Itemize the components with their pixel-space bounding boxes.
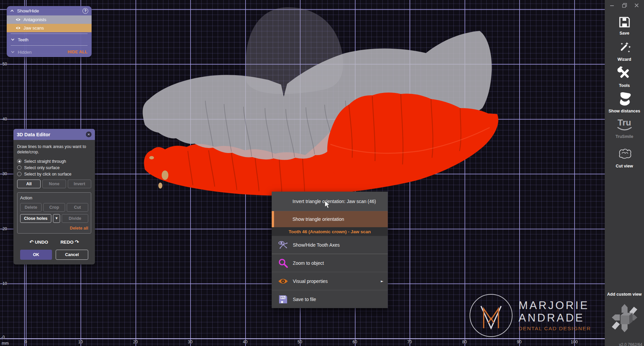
ruler-label: 30 <box>188 340 193 344</box>
ruler-label: 100 <box>571 340 578 344</box>
select-invert-button[interactable]: Invert <box>68 180 91 188</box>
sidebar-item-label: TruSmile <box>605 134 644 139</box>
redo-label: REDO <box>60 240 73 245</box>
watermark-name-line2: ANDRADE <box>519 312 591 324</box>
ruler-unit-label: mm <box>2 341 9 346</box>
cut-view-tooth-icon <box>617 147 632 161</box>
close-holes-dropdown[interactable]: ▼ <box>53 214 60 223</box>
sidebar-item-label: Tools <box>605 83 644 88</box>
sidebar-item-save[interactable]: Save <box>605 16 644 36</box>
undo-button[interactable]: ↶ UNDO <box>30 239 48 245</box>
redo-button[interactable]: REDO ↷ <box>60 239 79 245</box>
menu-item-show-triangle-orientation[interactable]: Show triangle orientation <box>272 211 388 227</box>
menu-item-show-hide-tooth-axes[interactable]: Show/Hide Tooth Axes <box>272 236 388 254</box>
trusmile-icon: Tru <box>605 118 644 127</box>
hide-all-button[interactable]: HIDE ALL <box>67 50 88 54</box>
watermark-tagline: DENTAL CAD DESIGNER <box>519 326 591 332</box>
ok-button[interactable]: OK <box>20 250 52 260</box>
close-holes-button[interactable]: Close holes <box>20 214 51 223</box>
radio-select-straight-through[interactable]: Select straight through <box>17 159 91 164</box>
dialog-titlebar[interactable]: 3D Data Editor ✕ <box>13 129 95 140</box>
submenu-arrow-icon: ► <box>381 279 383 283</box>
menu-item-zoom-to-object[interactable]: Zoom to object <box>272 254 388 272</box>
delete-button[interactable]: Delete <box>20 203 42 212</box>
radio-icon <box>17 159 21 163</box>
sidebar-item-cut-view[interactable]: Cut view <box>605 147 644 168</box>
select-all-button[interactable]: All <box>17 180 41 188</box>
svg-text:STL: STL <box>280 296 285 299</box>
ruler-label: 50 <box>298 340 302 344</box>
right-toolbar: Save Wizard Tools Show distances Tru Tru… <box>605 0 644 346</box>
group-hidden[interactable]: Hidden HIDE ALL <box>7 47 92 57</box>
sidebar-item-label: Add custom view <box>605 292 644 297</box>
eye-icon <box>15 26 21 30</box>
show-hide-header[interactable]: Show/Hide ? <box>7 6 92 15</box>
cancel-button[interactable]: Cancel <box>56 250 88 260</box>
sidebar-item-label: Wizard <box>605 57 644 62</box>
chevron-down-icon <box>11 51 15 53</box>
object-header-label: Tooth 46 (Anatomic crown) - Jaw scan <box>288 229 371 234</box>
bottom-ruler-line <box>0 338 605 339</box>
trusmile-smile-icon <box>616 127 633 132</box>
group-teeth[interactable]: Teeth <box>7 35 92 44</box>
show-hide-panel: Show/Hide ? Antagonists Jaw scans Teeth … <box>7 6 92 57</box>
watermark-name-line1: MARJORIE <box>519 299 591 312</box>
magnifier-icon <box>277 258 289 268</box>
close-icon[interactable]: ✕ <box>86 132 92 137</box>
sidebar-item-trusmile[interactable]: Tru TruSmile <box>605 118 644 139</box>
sidebar-item-show-distances[interactable]: Show distances <box>605 91 644 113</box>
ruler-label: 90 <box>517 340 522 344</box>
menu-item-label: Show/Hide Tooth Axes <box>293 242 340 248</box>
menu-item-save-to-file[interactable]: STL Save to file <box>272 290 388 308</box>
show-hide-title: Show/Hide <box>17 8 83 13</box>
view-cube-navigator[interactable] <box>605 301 644 337</box>
menu-object-header: Tooth 46 (Anatomic crown) - Jaw scan <box>272 227 388 236</box>
radio-select-by-click[interactable]: Select by click on surface <box>17 172 91 177</box>
ruler-label: 10 <box>78 340 83 344</box>
chevron-down-icon <box>11 38 15 41</box>
menu-item-label: Show triangle orientation <box>292 216 344 222</box>
menu-item-label: Save to file <box>293 297 316 302</box>
tooth-axes-icon <box>277 240 289 250</box>
radio-label: Select by click on surface <box>24 172 71 177</box>
layer-label: Jaw scans <box>23 26 44 31</box>
divide-button[interactable]: Divide <box>62 214 88 223</box>
mouse-cursor <box>324 201 331 209</box>
save-icon <box>619 16 631 28</box>
ruler-label: -0 <box>1 335 5 340</box>
radio-label: Select straight through <box>24 159 66 164</box>
ruler-label: 60 <box>353 340 357 344</box>
delete-all-link[interactable]: Delete all <box>20 226 88 231</box>
radio-select-only-surface[interactable]: Select only surface <box>17 165 91 170</box>
ruler-label: 80 <box>462 340 467 344</box>
select-none-button[interactable]: None <box>42 180 66 188</box>
help-icon[interactable]: ? <box>83 8 88 14</box>
minimize-button[interactable] <box>609 3 615 8</box>
sidebar-item-wizard[interactable]: Wizard <box>605 41 644 62</box>
wizard-wand-icon <box>618 41 631 54</box>
3d-data-editor-dialog: 3D Data Editor ✕ Draw lines to mark area… <box>13 129 95 264</box>
menu-item-label: Visual properties <box>293 279 328 284</box>
eye-icon <box>15 18 21 21</box>
cut-button[interactable]: Cut <box>67 203 88 212</box>
close-button[interactable] <box>634 3 639 8</box>
group-label: Teeth <box>18 37 29 42</box>
tools-icon <box>618 66 632 81</box>
layer-item-jaw-scans[interactable]: Jaw scans <box>7 24 92 32</box>
crop-button[interactable]: Crop <box>43 203 65 212</box>
layer-item-antagonists[interactable]: Antagonists <box>7 15 92 24</box>
sidebar-item-tools[interactable]: Tools <box>605 66 644 88</box>
menu-item-visual-properties[interactable]: Visual properties ► <box>272 272 388 290</box>
sidebar-item-label: Show distances <box>605 109 644 113</box>
context-menu: Invert triangle orientation: Jaw scan (4… <box>272 192 388 308</box>
radio-label: Select only surface <box>24 165 60 170</box>
radio-icon <box>17 172 21 176</box>
group-label: Hidden <box>18 50 32 55</box>
divider <box>11 34 88 34</box>
menu-item-label: Invert triangle orientation: Jaw scan (4… <box>292 199 376 204</box>
add-custom-view-button[interactable]: Add custom view <box>605 291 644 297</box>
divider <box>11 45 88 46</box>
ruler-label: 0 <box>25 340 27 344</box>
menu-item-label: Zoom to object <box>293 260 324 266</box>
restore-button[interactable] <box>622 3 627 8</box>
